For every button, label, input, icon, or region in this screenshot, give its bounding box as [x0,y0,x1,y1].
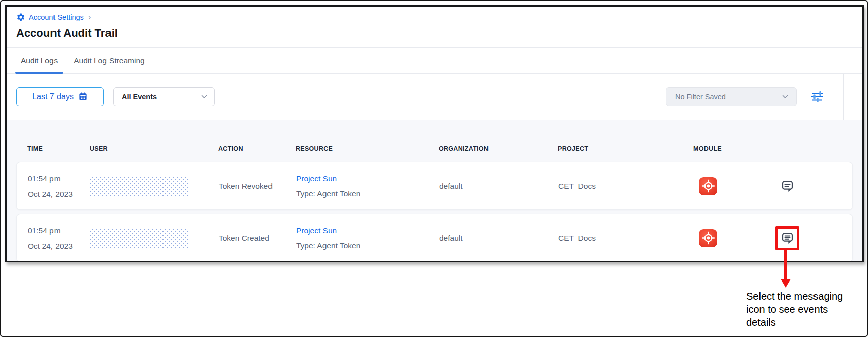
user-cell [90,176,219,196]
time-cell: 01:54 pm Oct 24, 2023 [28,171,90,202]
organization-cell: default [439,182,558,191]
messaging-note-icon[interactable] [781,179,794,193]
breadcrumb: Account Settings › [16,11,862,23]
action-cell: Token Revoked [219,182,296,191]
tab-audit-log-streaming-label: Audit Log Streaming [74,56,144,65]
event-type-value: All Events [122,93,157,101]
filter-bar: Last 7 days All Events No Filter Saved [7,74,862,120]
resource-cell: Project Sun Type: Agent Token [296,223,439,253]
annotation-text: Select the messaging icon to see events … [746,290,853,329]
col-header-action: ACTION [218,145,296,152]
table-row: 01:54 pm Oct 24, 2023 Token Revoked Proj… [16,162,853,210]
tab-bar: Audit Logs Audit Log Streaming [7,48,862,74]
filterbar-vertical-divider [843,74,844,120]
col-header-user: USER [90,145,218,152]
time-value: 01:54 pm [28,171,90,186]
saved-filter-value: No Filter Saved [675,93,726,101]
col-header-time: TIME [27,145,90,152]
chevron-down-icon [201,95,207,99]
resource-type: Type: Agent Token [296,186,439,201]
resource-link[interactable]: Project Sun [296,223,439,238]
organization-cell: default [439,234,558,243]
app-window: Account Settings › Account Audit Trail A… [5,5,864,262]
redacted-user-pattern [90,176,188,196]
messaging-note-icon[interactable] [781,231,794,245]
calendar-icon [78,92,88,101]
annotation-highlight-box [775,226,799,250]
col-header-resource: RESOURCE [296,145,439,152]
audit-log-table: TIME USER ACTION RESOURCE ORGANIZATION P… [7,120,862,262]
gear-icon [16,13,25,22]
message-cell [781,179,794,193]
breadcrumb-account-settings-link[interactable]: Account Settings [29,13,84,21]
redacted-user-pattern [90,228,188,248]
event-type-select[interactable]: All Events [113,87,215,106]
user-cell [90,228,219,248]
screenshot-canvas: Account Settings › Account Audit Trail A… [0,0,868,337]
annotation-arrow-head [781,279,791,288]
annotation-arrow-line [784,248,787,279]
date-range-label: Last 7 days [32,92,74,101]
page-title: Account Audit Trail [16,26,862,40]
resource-type: Type: Agent Token [296,238,439,253]
page-header: Account Settings › Account Audit Trail [7,7,862,47]
saved-filter-select[interactable]: No Filter Saved [666,87,797,106]
col-header-module: MODULE [693,145,722,152]
action-cell: Token Created [219,234,296,243]
date-range-button[interactable]: Last 7 days [16,87,104,106]
col-header-organization: ORGANIZATION [439,145,558,152]
table-header-row: TIME USER ACTION RESOURCE ORGANIZATION P… [16,144,853,153]
time-cell: 01:54 pm Oct 24, 2023 [28,222,90,254]
date-value: Oct 24, 2023 [28,238,90,254]
resource-link[interactable]: Project Sun [296,171,439,186]
sliders-filter-icon[interactable] [811,91,824,103]
breadcrumb-chevron-icon: › [88,14,91,21]
tab-audit-logs-label: Audit Logs [21,56,58,65]
project-cell: CET_Docs [558,182,673,191]
time-value: 01:54 pm [28,222,90,238]
red-target-module-icon [699,229,717,247]
tab-audit-log-streaming[interactable]: Audit Log Streaming [68,48,150,73]
date-value: Oct 24, 2023 [28,186,90,202]
message-cell [775,226,799,250]
col-header-project: PROJECT [558,145,672,152]
red-target-module-icon [699,177,717,195]
resource-cell: Project Sun Type: Agent Token [296,171,439,201]
tab-audit-logs[interactable]: Audit Logs [15,48,63,73]
table-row: 01:54 pm Oct 24, 2023 Token Created Proj… [16,214,853,262]
project-cell: CET_Docs [558,234,673,243]
chevron-down-icon [782,95,788,99]
